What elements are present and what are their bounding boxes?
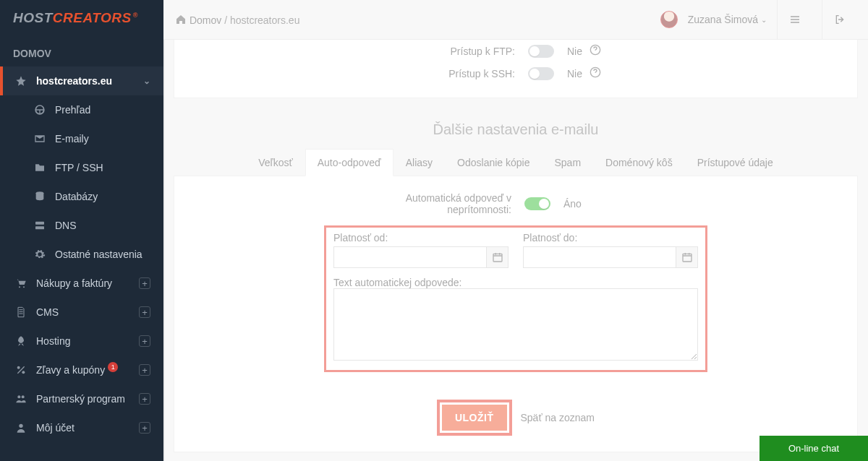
sidebar-item-my-account[interactable]: Môj účet + — [0, 413, 163, 442]
sidebar-item-overview[interactable]: Prehľad — [0, 95, 163, 124]
main-area: Domov / hostcreators.eu Zuzana Šimová ⌄ … — [163, 0, 868, 461]
email-settings-title: Ďalšie nastavenia e-mailu — [174, 111, 858, 148]
back-link[interactable]: Späť na zoznam — [521, 412, 595, 423]
home-icon — [175, 14, 190, 26]
email-settings: Ďalšie nastavenia e-mailu Veľkosť Auto-o… — [174, 111, 858, 452]
user-menu[interactable]: Zuzana Šimová ⌄ — [688, 14, 767, 25]
sidebar-item-label: E-maily — [55, 133, 89, 145]
user-name: Zuzana Šimová — [688, 14, 758, 25]
svg-point-6 — [22, 371, 25, 374]
sidebar-item-partner[interactable]: Partnerský program + — [0, 384, 163, 413]
content-scroll[interactable]: Prístup k FTP: Nie Prístup k SSH: Nie Ďa… — [163, 40, 868, 461]
tab-domain-trash[interactable]: Doménový kôš — [593, 149, 685, 176]
save-highlight: ULOŽIŤ — [437, 400, 512, 436]
percent-icon — [13, 364, 29, 376]
breadcrumb: Domov / hostcreators.eu — [175, 14, 299, 26]
svg-point-5 — [17, 366, 20, 369]
tab-send-copy[interactable]: Odoslanie kópie — [445, 149, 542, 176]
star-icon — [13, 75, 29, 87]
sidebar-item-hosting[interactable]: Hosting + — [0, 327, 163, 356]
plus-icon: + — [139, 335, 150, 347]
sidebar-item-label: DNS — [55, 220, 77, 231]
sidebar: HOSTCREATORS® DOMOV hostcreators.eu ⌄ Pr… — [0, 0, 163, 461]
tab-credentials[interactable]: Prístupové údaje — [685, 149, 786, 176]
ftp-access-label: Prístup k FTP: — [399, 46, 515, 57]
plus-icon: + — [139, 422, 150, 434]
svg-rect-13 — [683, 254, 692, 262]
calendar-icon[interactable] — [676, 246, 698, 268]
calendar-icon[interactable] — [487, 246, 509, 268]
dns-icon — [32, 220, 48, 231]
menu-button[interactable] — [777, 0, 812, 40]
tab-autoreply[interactable]: Auto-odpoveď — [305, 149, 393, 176]
tab-spam[interactable]: Spam — [542, 149, 593, 176]
autoreply-text-label: Text automatickej odpovede: — [333, 277, 461, 288]
plus-icon: + — [139, 393, 150, 405]
autoreply-value: Áno — [563, 198, 650, 210]
sidebar-item-dns[interactable]: DNS — [0, 211, 163, 240]
svg-point-8 — [22, 395, 25, 398]
valid-from-input[interactable] — [333, 246, 487, 268]
sidebar-item-label: Zľavy a kupóny — [36, 364, 105, 376]
plus-icon: + — [139, 364, 150, 376]
svg-point-7 — [17, 395, 20, 398]
tab-body: Automatická odpoveď v neprítomnosti: Áno… — [174, 176, 858, 452]
sidebar-item-other-settings[interactable]: Ostatné nastavenia — [0, 240, 163, 269]
valid-to-input[interactable] — [523, 246, 676, 268]
dashboard-icon — [32, 104, 48, 116]
sidebar-item-label: Môj účet — [36, 422, 75, 434]
brand-part2: CREATORS — [53, 10, 132, 26]
ssh-toggle[interactable] — [528, 67, 554, 80]
sidebar-item-label: hostcreators.eu — [36, 75, 112, 87]
sidebar-item-databases[interactable]: Databázy — [0, 182, 163, 211]
topbar: Domov / hostcreators.eu Zuzana Šimová ⌄ — [163, 0, 868, 40]
ftp-access-value: Nie — [567, 46, 582, 57]
brand-logo[interactable]: HOSTCREATORS® — [0, 0, 163, 35]
user-avatar[interactable] — [660, 11, 678, 28]
breadcrumb-current: hostcreators.eu — [230, 14, 300, 26]
sidebar-item-label: Ostatné nastavenia — [55, 249, 142, 260]
rocket-icon — [13, 335, 29, 347]
sidebar-item-hostcreators[interactable]: hostcreators.eu ⌄ — [0, 66, 163, 95]
sidebar-item-label: Prehľad — [55, 104, 90, 116]
logout-button[interactable] — [822, 0, 856, 40]
autoreply-form: Platnosť od: Platnosť do: — [324, 225, 707, 372]
chat-label: On-line chat — [788, 443, 839, 454]
svg-rect-12 — [493, 254, 502, 262]
brand-reg: ® — [133, 12, 138, 19]
plus-icon: + — [139, 306, 150, 318]
save-button[interactable]: ULOŽIŤ — [442, 405, 507, 431]
brand-part1: HOST — [13, 10, 53, 26]
plus-icon: + — [139, 277, 150, 289]
chevron-down-icon: ⌄ — [143, 76, 150, 86]
sidebar-item-discounts[interactable]: Zľavy a kupóny 1 + — [0, 356, 163, 384]
autoreply-toggle[interactable] — [524, 197, 550, 210]
breadcrumb-home[interactable]: Domov — [190, 14, 221, 26]
chevron-down-icon: ⌄ — [761, 16, 767, 24]
sidebar-item-label: Partnerský program — [36, 393, 125, 405]
valid-to-label: Platnosť do: — [523, 232, 698, 244]
sidebar-item-purchases[interactable]: Nákupy a faktúry + — [0, 269, 163, 298]
tab-size[interactable]: Veľkosť — [246, 149, 305, 176]
notification-badge: 1 — [108, 362, 118, 372]
ftp-toggle[interactable] — [528, 45, 554, 58]
users-icon — [13, 393, 29, 405]
email-icon — [32, 133, 48, 145]
svg-point-9 — [19, 424, 22, 428]
user-icon — [13, 422, 29, 434]
gear-icon — [32, 249, 48, 260]
chat-button[interactable]: On-line chat — [760, 436, 868, 461]
sidebar-item-label: CMS — [36, 306, 59, 318]
svg-point-3 — [19, 286, 20, 288]
sidebar-item-label: Databázy — [55, 191, 98, 202]
tab-aliases[interactable]: Aliasy — [393, 149, 445, 176]
svg-rect-2 — [35, 226, 44, 229]
sidebar-item-cms[interactable]: CMS + — [0, 298, 163, 327]
sidebar-item-label: FTP / SSH — [55, 162, 103, 173]
help-icon[interactable] — [590, 44, 601, 58]
sidebar-item-ftp-ssh[interactable]: FTP / SSH — [0, 153, 163, 182]
sidebar-item-label: Hosting — [36, 335, 70, 347]
sidebar-item-emails[interactable]: E-maily — [0, 124, 163, 153]
autoreply-textarea[interactable] — [333, 288, 698, 361]
help-icon[interactable] — [590, 66, 601, 80]
